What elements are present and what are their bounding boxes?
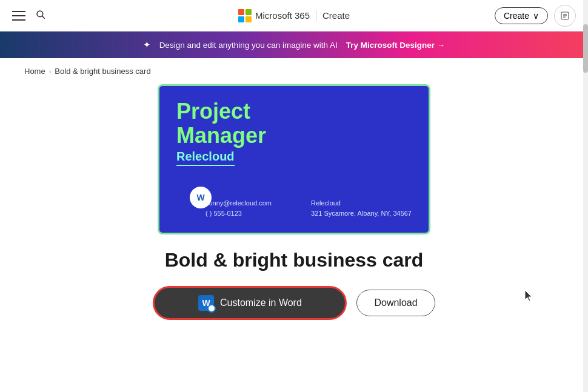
logo-tile-red xyxy=(238,9,244,15)
svg-line-1 xyxy=(42,16,45,18)
ms-logo: Microsoft 365 xyxy=(238,9,310,22)
customize-in-word-button[interactable]: W Customize in Word xyxy=(153,286,347,320)
word-icon: W xyxy=(198,295,214,311)
logo-tile-blue xyxy=(238,16,244,22)
card-contact-left: conny@relecloud.com ( ) 555-0123 xyxy=(205,198,272,219)
card-company-right: Relecloud xyxy=(311,198,412,209)
card-company: Relecloud xyxy=(176,150,235,166)
svg-point-0 xyxy=(37,11,43,17)
header-create-label: Create xyxy=(322,10,350,21)
scrollbar-thumb[interactable] xyxy=(583,24,588,73)
header-left xyxy=(12,9,46,22)
action-buttons-row: W Customize in Word Download xyxy=(153,286,435,320)
header-divider xyxy=(316,10,316,21)
ms365-label: Microsoft 365 xyxy=(255,10,310,21)
banner-cta[interactable]: Try Microsoft Designer → xyxy=(346,41,446,50)
download-button[interactable]: Download xyxy=(356,290,435,316)
header: Microsoft 365 Create Create ∨ xyxy=(0,0,588,32)
create-button[interactable]: Create ∨ xyxy=(495,7,548,24)
banner-text: Design and edit anything you can imagine… xyxy=(159,41,338,50)
breadcrumb-current: Bold & bright business card xyxy=(55,67,150,76)
user-avatar-button[interactable] xyxy=(554,5,576,27)
logo-tile-yellow xyxy=(246,16,252,22)
promo-banner: ✦ Design and edit anything you can imagi… xyxy=(0,32,588,58)
hamburger-menu[interactable] xyxy=(12,11,25,21)
chevron-down-icon: ∨ xyxy=(533,11,539,21)
ms-logo-grid xyxy=(238,9,252,22)
breadcrumb-home[interactable]: Home xyxy=(24,67,45,76)
word-logo-letter: W xyxy=(196,193,204,202)
header-center: Microsoft 365 Create xyxy=(238,9,350,22)
banner-icon: ✦ xyxy=(143,39,151,50)
template-preview-card: Project Manager Relecloud W conny@relecl… xyxy=(158,84,430,234)
card-phone: ( ) 555-0123 xyxy=(205,208,272,219)
card-contact-row: W conny@relecloud.com ( ) 555-0123 Relec… xyxy=(176,198,412,219)
word-badge: W xyxy=(190,187,212,208)
header-right: Create ∨ xyxy=(495,5,576,27)
card-email: conny@relecloud.com xyxy=(205,198,272,209)
card-contact-right: Relecloud 321 Sycamore, Albany, NY, 3456… xyxy=(311,198,412,219)
search-button[interactable] xyxy=(35,9,46,22)
logo-tile-green xyxy=(246,9,252,15)
template-title: Bold & bright business card xyxy=(165,249,424,271)
card-title: Project Manager xyxy=(176,99,412,147)
card-address: 321 Sycamore, Albany, NY, 34567 xyxy=(311,208,412,219)
customize-button-label: Customize in Word xyxy=(220,297,302,308)
main-content: Project Manager Relecloud W conny@relecl… xyxy=(0,84,588,320)
scrollbar[interactable] xyxy=(583,0,588,392)
breadcrumb-separator: › xyxy=(49,68,52,75)
breadcrumb: Home › Bold & bright business card xyxy=(0,58,588,84)
create-button-label: Create xyxy=(504,11,529,21)
